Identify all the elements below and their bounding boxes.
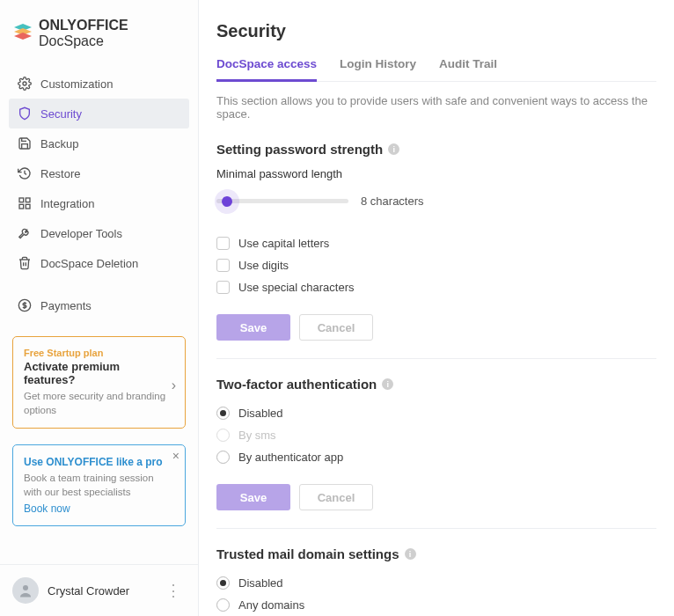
tab-audit-trail[interactable]: Audit Trail — [439, 57, 497, 81]
divider — [216, 528, 656, 529]
sidebar-item-label: Customization — [40, 77, 113, 91]
close-icon[interactable]: × — [172, 449, 179, 463]
promo-sub: Book a team training session with our be… — [24, 472, 174, 499]
sidebar-item-integration[interactable]: Integration — [9, 188, 189, 218]
sidebar-item-payments[interactable]: Payments — [9, 290, 189, 320]
sidebar-item-backup[interactable]: Backup — [9, 128, 189, 158]
min-password-label: Minimal password length — [216, 167, 656, 180]
radio-label: Disabled — [238, 407, 283, 420]
gear-icon — [18, 77, 32, 91]
check-capital-row: Use capital letters — [216, 232, 656, 254]
trusted-option-disabled: Disabled — [216, 572, 656, 594]
svg-rect-7 — [19, 204, 24, 209]
avatar[interactable] — [12, 577, 39, 604]
sidebar-footer: Crystal Crowder ⋮ — [0, 564, 198, 616]
sidebar-item-security[interactable]: Security — [9, 99, 189, 128]
sidebar-item-label: DocSpace Deletion — [40, 257, 138, 270]
info-icon[interactable]: i — [405, 548, 416, 560]
page-title: Security — [216, 21, 656, 41]
tab-docspace-access[interactable]: DocSpace access — [216, 57, 317, 82]
svg-rect-6 — [26, 204, 30, 209]
svg-marker-2 — [14, 33, 32, 40]
promo-link[interactable]: Book now — [24, 502, 174, 515]
checkbox-capital[interactable] — [216, 237, 230, 250]
trash-icon — [18, 256, 32, 270]
promo-headline: Activate premium features? — [24, 360, 174, 386]
promo-tag: Free Startup plan — [24, 348, 174, 358]
svg-rect-5 — [26, 198, 30, 202]
radio-tfa-app[interactable] — [216, 451, 230, 464]
svg-point-9 — [23, 585, 28, 590]
logo-icon — [12, 22, 33, 46]
sidebar-item-label: Backup — [40, 137, 78, 150]
radio-label: By sms — [238, 429, 276, 442]
promo-startup-plan[interactable]: Free Startup plan Activate premium featu… — [12, 336, 186, 429]
radio-trusted-any[interactable] — [216, 598, 230, 612]
save-icon — [18, 136, 32, 150]
sidebar-item-label: Payments — [40, 299, 92, 312]
save-button[interactable]: Save — [216, 484, 290, 510]
checkbox-label: Use capital letters — [238, 237, 329, 250]
promo-training: × Use ONLYOFFICE like a pro Book a team … — [12, 444, 186, 526]
promo-headline: Use ONLYOFFICE like a pro — [24, 456, 174, 468]
sidebar-item-label: Restore — [40, 167, 81, 180]
tfa-option-sms: By sms — [216, 424, 656, 446]
save-button[interactable]: Save — [216, 314, 290, 341]
section-trusted-title: Trusted mail domain settings i — [216, 546, 656, 561]
password-length-slider-row: 8 characters — [216, 194, 656, 208]
radio-label: Disabled — [238, 576, 283, 590]
sidebar-item-label: Security — [40, 107, 82, 121]
sidebar: ONLYOFFICE DocSpace Customization Securi… — [0, 0, 199, 616]
radio-label: By authenticator app — [238, 451, 343, 464]
svg-point-3 — [23, 82, 26, 85]
radio-tfa-sms — [216, 429, 230, 442]
checkbox-digits[interactable] — [216, 259, 230, 272]
chevron-right-icon: › — [172, 378, 176, 393]
sidebar-item-developer-tools[interactable]: Developer Tools — [9, 218, 189, 248]
sidebar-item-restore[interactable]: Restore — [9, 158, 189, 188]
sidebar-item-customization[interactable]: Customization — [9, 69, 189, 99]
username: Crystal Crowder — [48, 584, 153, 598]
slider-thumb[interactable] — [222, 196, 232, 207]
password-buttons: Save Cancel — [216, 314, 656, 341]
history-icon — [18, 166, 32, 180]
divider — [216, 358, 656, 359]
tfa-option-app: By authenticator app — [216, 446, 656, 468]
cancel-button[interactable]: Cancel — [299, 484, 373, 510]
kebab-menu-icon[interactable]: ⋮ — [162, 581, 186, 600]
brand-logo[interactable]: ONLYOFFICE DocSpace — [0, 0, 198, 69]
tfa-buttons: Save Cancel — [216, 484, 656, 510]
cancel-button[interactable]: Cancel — [299, 314, 373, 341]
info-icon[interactable]: i — [382, 378, 393, 390]
checkbox-label: Use digits — [238, 259, 289, 272]
tabs: DocSpace access Login History Audit Trai… — [216, 57, 656, 82]
section-password-title: Setting password strength i — [216, 142, 656, 157]
tab-login-history[interactable]: Login History — [340, 57, 416, 81]
sidebar-item-label: Developer Tools — [40, 227, 122, 240]
grid-icon — [18, 196, 32, 210]
password-length-slider[interactable] — [216, 199, 348, 203]
brand-name: ONLYOFFICE DocSpace — [39, 18, 186, 49]
shield-icon — [18, 106, 32, 121]
checkbox-special[interactable] — [216, 281, 230, 294]
password-length-value: 8 characters — [361, 194, 424, 208]
svg-rect-4 — [19, 198, 24, 202]
info-icon[interactable]: i — [388, 143, 399, 155]
promo-sub: Get more security and branding options — [24, 390, 174, 417]
section-tfa-title: Two-factor authentication i — [216, 377, 656, 392]
sidebar-item-docspace-deletion[interactable]: DocSpace Deletion — [9, 248, 189, 278]
dollar-icon — [18, 298, 32, 312]
trusted-option-any: Any domains — [216, 594, 656, 616]
tools-icon — [18, 226, 32, 240]
checkbox-label: Use special characters — [238, 281, 355, 294]
check-special-row: Use special characters — [216, 276, 656, 298]
check-digits-row: Use digits — [216, 254, 656, 276]
sidebar-item-label: Integration — [40, 197, 94, 210]
sidebar-nav: Customization Security Backup Restore In — [0, 69, 198, 320]
radio-trusted-disabled[interactable] — [216, 576, 230, 590]
section-description: This section allows you to provide users… — [216, 94, 656, 121]
tfa-option-disabled: Disabled — [216, 402, 656, 424]
radio-tfa-disabled[interactable] — [216, 407, 230, 420]
radio-label: Any domains — [238, 598, 304, 612]
main-content: Security DocSpace access Login History A… — [199, 0, 674, 616]
